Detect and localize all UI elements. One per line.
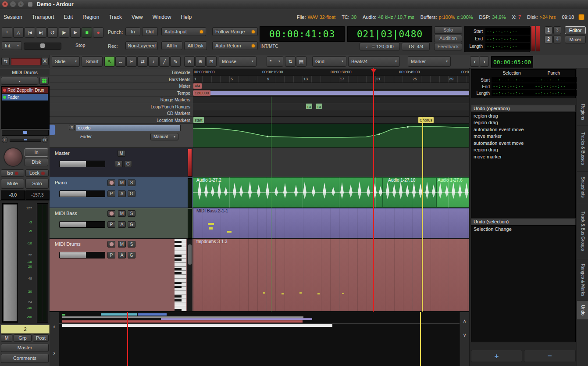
ruler-label-cd-markers[interactable]: CD Markers: [50, 110, 193, 117]
peak-display[interactable]: -157,3: [25, 190, 50, 200]
audition-tool-button[interactable]: ♪: [148, 56, 159, 67]
track-name-master[interactable]: Master: [55, 151, 70, 156]
tempo-ruler[interactable]: 120,000: [193, 90, 469, 97]
undo-list-item[interactable]: Selection Change: [471, 226, 575, 233]
chorus-marker[interactable]: Chorus: [418, 117, 434, 123]
zoom-in-button[interactable]: ⊕: [195, 56, 206, 67]
drums-gain-fader[interactable]: [59, 252, 105, 258]
menu-help[interactable]: Help: [181, 14, 192, 20]
midi-note[interactable]: [317, 293, 320, 294]
selection-length-clock[interactable]: --:--:--:--: [492, 90, 535, 96]
time-signature-button[interactable]: TS: 4/4: [402, 43, 430, 50]
output-button[interactable]: Master: [1, 344, 49, 352]
pan-position-thumb[interactable]: [23, 131, 27, 134]
nudge-clock[interactable]: 00:00:05:00: [491, 56, 533, 68]
range-end-clock[interactable]: --:--:--:--: [485, 36, 530, 42]
master-group-button[interactable]: G: [124, 161, 132, 167]
lane-color-tab[interactable]: [50, 125, 55, 135]
drums-solo-button[interactable]: S: [128, 241, 135, 248]
zoom-fit-button[interactable]: ⊡: [206, 56, 217, 67]
solo-isolate-button[interactable]: Iso: [1, 169, 24, 177]
drums-automation-button[interactable]: A: [118, 252, 126, 258]
sync-source-dropdown[interactable]: Int.: [2, 41, 22, 50]
piano-group-button[interactable]: G: [128, 190, 135, 197]
punch-out-button[interactable]: Out: [142, 27, 158, 36]
grid-unit-dropdown[interactable]: Beats/4: [348, 56, 400, 67]
summary-view-range[interactable]: [62, 324, 332, 327]
goto-start-button[interactable]: |◀: [25, 27, 35, 38]
undo-list-item[interactable]: region drag: [471, 112, 575, 119]
metering-post-button[interactable]: Post: [33, 334, 49, 342]
range-start-clock[interactable]: --:--:--:--: [485, 28, 530, 35]
selection-start-clock[interactable]: --:--:--:--: [492, 77, 535, 83]
draw-tool-button[interactable]: ╱: [159, 56, 170, 67]
midi-note[interactable]: [209, 227, 213, 230]
processor-row-fader[interactable]: Fader: [2, 94, 48, 100]
bass-playlist-button[interactable]: P: [107, 221, 115, 228]
track-name-bass[interactable]: MIDI Bass: [55, 211, 77, 216]
nudge-back-button[interactable]: ‹: [470, 56, 479, 67]
drums-scrollbar-thumb[interactable]: [188, 244, 192, 265]
bars-ruler[interactable]: 1 5 9 13 17 21 25 29: [193, 76, 469, 83]
undo-list-item[interactable]: automation event move: [471, 140, 575, 147]
midi-note[interactable]: [208, 223, 214, 225]
gain-fader-handle[interactable]: [4, 205, 17, 321]
cd-markers-ruler[interactable]: [193, 110, 469, 117]
track-name-drums[interactable]: MIDI Drums: [55, 241, 81, 247]
follow-range-button[interactable]: Follow Range: [212, 27, 258, 36]
solo-indicator-button[interactable]: Solo: [434, 26, 462, 34]
window-close-button[interactable]: ×: [2, 1, 8, 7]
drums-scrollbar[interactable]: [187, 239, 192, 311]
punch-start-clock[interactable]: --:--:--:--: [534, 77, 577, 83]
snap-modifier-dropdown[interactable]: *: [267, 56, 283, 67]
grid-mode-dropdown[interactable]: Grid: [312, 56, 346, 67]
bass-automation-button[interactable]: A: [118, 221, 126, 228]
pan-slider[interactable]: [10, 139, 41, 142]
menu-view[interactable]: View: [132, 14, 143, 20]
play-button[interactable]: ▶: [70, 27, 81, 38]
undo-list-item[interactable]: region drag: [471, 147, 575, 154]
stretch-tool-button[interactable]: ⇄: [137, 56, 148, 67]
drums-track-row[interactable]: tmpdrums-3-1.3: [193, 239, 469, 312]
drums-group-button[interactable]: G: [128, 252, 135, 258]
window-slot-1-button[interactable]: 1: [545, 26, 552, 34]
menu-edit[interactable]: Edit: [64, 14, 73, 20]
error-log-button[interactable]: !: [2, 27, 12, 38]
monitor-input-button[interactable]: In: [25, 148, 48, 157]
tab-undo[interactable]: Undo: [577, 301, 588, 320]
undo-list-item[interactable]: region drag: [471, 119, 575, 126]
midi-channel-button[interactable]: 2: [1, 325, 50, 334]
primary-clock[interactable]: 00:00:41:03: [260, 26, 345, 42]
strip-metering-button[interactable]: [39, 77, 49, 85]
drums-playlist-button[interactable]: P: [107, 252, 115, 258]
zoom-focus-dropdown[interactable]: Mouse: [219, 56, 257, 67]
zoom-out-button[interactable]: ⊖: [184, 56, 195, 67]
window-slot-2-button[interactable]: 2: [545, 36, 552, 43]
mute-button[interactable]: Mute: [1, 179, 24, 189]
record-button[interactable]: ●: [93, 27, 103, 38]
fader-led-icon[interactable]: [3, 96, 6, 99]
loop-range-marker[interactable]: ra: [306, 104, 312, 109]
summary-scroll-right-button[interactable]: ›: [50, 347, 59, 359]
strip-group-button[interactable]: -: [1, 77, 38, 85]
playhead-cursor-icon[interactable]: [371, 69, 377, 73]
window-slot-3-button[interactable]: 3: [553, 26, 561, 34]
start-marker[interactable]: start: [193, 117, 204, 123]
summary-scroll-up-button[interactable]: ∧: [460, 316, 469, 326]
shuttle-thumb[interactable]: [40, 43, 45, 48]
gain-fader[interactable]: [2, 203, 18, 323]
pan-slider-thumb[interactable]: [24, 139, 27, 140]
piano-track-row[interactable]: Audio 1-27.2 Audio 1-27.10 Audio 1-27.6: [193, 177, 469, 208]
bass-solo-button[interactable]: S: [128, 210, 135, 217]
edit-mode-dropdown[interactable]: Slide: [52, 56, 80, 67]
piano-mute-button[interactable]: M: [118, 179, 126, 186]
undo-list-item[interactable]: move marker: [471, 153, 575, 160]
pan-display[interactable]: [2, 130, 49, 136]
bass-track-row[interactable]: MIDI Bass.2-1-1: [193, 208, 469, 239]
shuttle-control[interactable]: [24, 43, 61, 50]
automation-curve[interactable]: [193, 124, 469, 148]
track-name-piano[interactable]: Piano: [55, 180, 67, 185]
tab-regions[interactable]: Regions: [577, 99, 588, 126]
punch-end-clock[interactable]: --:--:--:--: [534, 83, 577, 89]
solo-button[interactable]: Solo: [25, 179, 49, 189]
